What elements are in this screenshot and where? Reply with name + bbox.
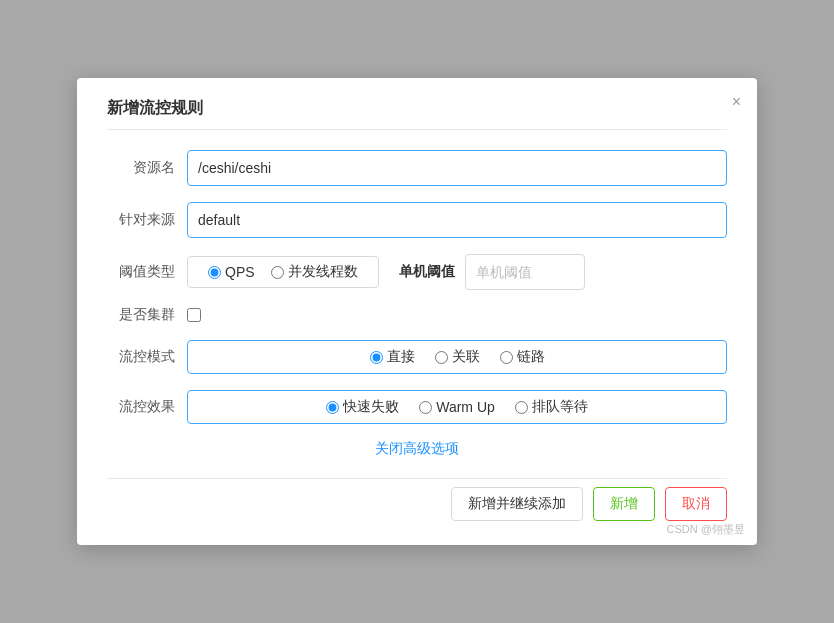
effect-content: 快速失败 Warm Up 排队等待 [187,390,727,424]
direct-option[interactable]: 直接 [370,348,415,366]
mode-label: 流控模式 [107,348,187,366]
queue-radio[interactable] [515,401,528,414]
fast-fail-label: 快速失败 [343,398,399,416]
source-content [187,202,727,238]
cluster-checkbox-item[interactable] [187,308,201,322]
dialog-overlay: 新增流控规则 × 资源名 针对来源 阈值类型 QPS [0,0,834,623]
cancel-button[interactable]: 取消 [665,487,727,521]
dialog: 新增流控规则 × 资源名 针对来源 阈值类型 QPS [77,78,757,545]
threshold-type-box: QPS 并发线程数 [187,256,379,288]
advanced-link[interactable]: 关闭高级选项 [375,440,459,456]
qps-option[interactable]: QPS [208,264,255,280]
resource-name-row: 资源名 [107,150,727,186]
threshold-type-row: 阈值类型 QPS 并发线程数 单机阈值 [107,254,727,290]
fast-fail-radio[interactable] [326,401,339,414]
thread-label: 并发线程数 [288,263,358,281]
add-button[interactable]: 新增 [593,487,655,521]
cluster-row: 是否集群 [107,306,727,324]
source-input[interactable] [187,202,727,238]
fast-fail-option[interactable]: 快速失败 [326,398,399,416]
effect-row: 流控效果 快速失败 Warm Up 排队等待 [107,390,727,424]
chain-label: 链路 [517,348,545,366]
watermark: CSDN @翎墨昱 [667,522,745,537]
direct-radio[interactable] [370,351,383,364]
effect-label: 流控效果 [107,398,187,416]
warm-up-option[interactable]: Warm Up [419,399,495,415]
associated-option[interactable]: 关联 [435,348,480,366]
threshold-input[interactable] [465,254,585,290]
chain-option[interactable]: 链路 [500,348,545,366]
threshold-type-content: QPS 并发线程数 单机阈值 [187,254,727,290]
threshold-type-label: 阈值类型 [107,263,187,281]
close-button[interactable]: × [732,94,741,110]
cluster-checkbox[interactable] [187,308,201,322]
queue-option[interactable]: 排队等待 [515,398,588,416]
effect-box: 快速失败 Warm Up 排队等待 [187,390,727,424]
mode-box: 直接 关联 链路 [187,340,727,374]
associated-radio[interactable] [435,351,448,364]
thread-radio[interactable] [271,266,284,279]
warm-up-radio[interactable] [419,401,432,414]
mode-row: 流控模式 直接 关联 链路 [107,340,727,374]
single-threshold-label: 单机阈值 [399,263,455,281]
resource-name-input[interactable] [187,150,727,186]
resource-name-label: 资源名 [107,159,187,177]
source-row: 针对来源 [107,202,727,238]
resource-name-content [187,150,727,186]
cluster-content [187,308,727,322]
qps-label: QPS [225,264,255,280]
queue-label: 排队等待 [532,398,588,416]
source-label: 针对来源 [107,211,187,229]
warm-up-label: Warm Up [436,399,495,415]
advanced-link-row: 关闭高级选项 [107,440,727,458]
thread-option[interactable]: 并发线程数 [271,263,358,281]
footer: 新增并继续添加 新增 取消 [107,478,727,521]
associated-label: 关联 [452,348,480,366]
qps-radio[interactable] [208,266,221,279]
mode-content: 直接 关联 链路 [187,340,727,374]
add-continue-button[interactable]: 新增并继续添加 [451,487,583,521]
chain-radio[interactable] [500,351,513,364]
dialog-title: 新增流控规则 [107,98,727,130]
cluster-label: 是否集群 [107,306,187,324]
direct-label: 直接 [387,348,415,366]
